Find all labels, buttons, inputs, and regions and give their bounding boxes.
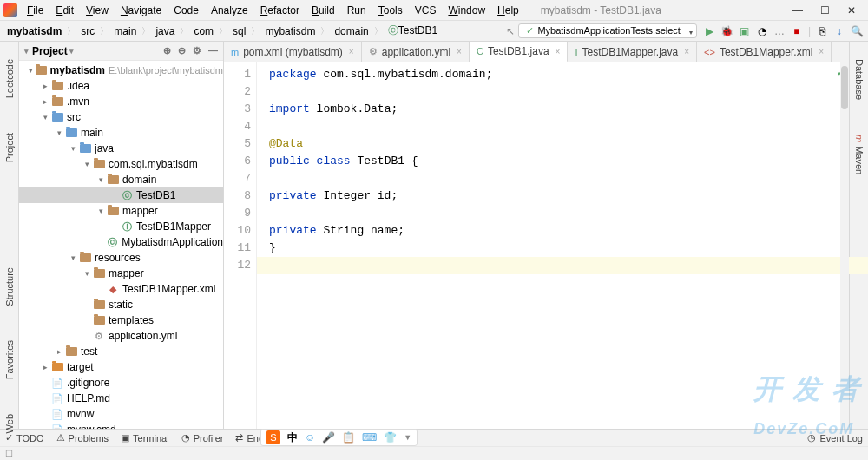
crumb-mybatisdm[interactable]: mybatisdm [5,25,63,37]
tree-node-help-md[interactable]: 📄HELP.md [19,391,223,406]
code-line-1[interactable]: package com.sql.mybatisdm.domain; [269,66,849,83]
menu-help[interactable]: Help [491,3,525,18]
tree-node--mvn[interactable]: ▸.mvn [19,94,223,109]
code-area[interactable]: package com.sql.mybatisdm.domain;import … [257,62,849,429]
scrollbar-thumb[interactable] [841,66,848,109]
tool-web[interactable]: Web [4,414,15,433]
stop-icon[interactable]: ■ [791,25,803,37]
code-line-4[interactable] [269,118,849,135]
menu-build[interactable]: Build [306,3,341,18]
expand-icon[interactable]: ⊕ [163,45,171,56]
run-configuration-select[interactable]: ✓MybatisdmApplicationTests.select▾ [518,23,696,38]
status-icon[interactable]: ☐ [5,449,13,458]
crumb-sql[interactable]: sql [231,25,247,37]
tree-node-templates[interactable]: templates [19,312,223,328]
crumb-com[interactable]: com [192,25,215,37]
back-icon[interactable]: ↖ [506,25,515,37]
code-line-6[interactable]: public class TestDB1 { [269,153,849,170]
update-icon[interactable]: ↓ [833,25,845,37]
code-line-8[interactable]: private Integer id; [269,187,849,205]
code-line-12[interactable] [257,257,868,274]
crumb-domain[interactable]: domain [332,25,370,37]
tool-terminal[interactable]: ▣ Terminal [121,432,169,444]
tree-node-mapper[interactable]: ▾mapper [19,266,223,281]
tab-close-icon[interactable]: × [684,47,689,56]
tool-database[interactable]: Database [854,59,865,100]
code-line-9[interactable] [269,205,849,222]
ime-toolbar[interactable]: S 中 ☺ 🎤 📋 ⌨ 👕 ▼ [260,429,418,446]
crumb-main[interactable]: main [112,25,138,37]
ime-lang[interactable]: 中 [287,430,298,445]
tree-node-java[interactable]: ▾java [19,141,223,156]
tree-node-testdb1[interactable]: ⓒTestDB1 [19,187,223,203]
profile-icon[interactable]: ◔ [756,25,768,37]
tree-node--idea[interactable]: ▸.idea [19,78,223,94]
tool-problems[interactable]: ⚠ Problems [56,432,108,444]
attach-icon[interactable]: … [773,25,786,37]
crumb-testdb1[interactable]: ⓒTestDB1 [386,23,439,38]
select-open-icon[interactable]: ⊖ [178,45,186,56]
code-line-11[interactable]: } [269,240,849,257]
tree-node-main[interactable]: ▾main [19,125,223,141]
tool-leetcode[interactable]: Leetcode [4,59,15,98]
ime-keyboard-icon[interactable]: ⌨ [362,431,377,444]
ime-emoji-icon[interactable]: ☺ [305,431,315,444]
menu-edit[interactable]: Edit [49,3,80,18]
debug-icon[interactable]: 🐞 [721,25,733,37]
menu-view[interactable]: View [80,3,115,18]
coverage-icon[interactable]: ▣ [739,25,751,37]
hide-icon[interactable]: — [208,45,218,56]
tab-close-icon[interactable]: × [556,47,561,56]
ime-mic-icon[interactable]: 🎤 [322,431,335,444]
tool-favorites[interactable]: Favorites [4,340,15,379]
menu-code[interactable]: Code [168,3,205,18]
tree-root[interactable]: ▾mybatisdmE:\blank\project\mybatisdm [19,62,223,78]
crumb-mybatisdm[interactable]: mybatisdm [263,25,317,37]
tree-node-mvnw[interactable]: 📄mvnw [19,406,223,422]
tree-node-com-sql-mybatisdm[interactable]: ▾com.sql.mybatisdm [19,156,223,172]
tree-node-src[interactable]: ▾src [19,109,223,125]
menu-vcs[interactable]: VCS [409,3,443,18]
code-line-3[interactable]: import lombok.Data; [269,101,849,118]
tab-close-icon[interactable]: × [819,47,824,56]
search-icon[interactable]: 🔍 [851,25,863,37]
menu-file[interactable]: File [21,3,49,18]
tab-testdb1mapper-java[interactable]: ITestDB1Mapper.java× [568,42,697,62]
tree-node-testdb1mapper-xml[interactable]: ◆TestDB1Mapper.xml [19,281,223,297]
menu-tools[interactable]: Tools [372,3,409,18]
tree-node-domain[interactable]: ▾domain [19,172,223,187]
code-line-7[interactable] [269,170,849,187]
project-tree[interactable]: ▾mybatisdmE:\blank\project\mybatisdm▸.id… [19,61,223,429]
code-line-2[interactable] [269,83,849,101]
tool-structure[interactable]: Structure [4,267,15,306]
tree-node-mapper[interactable]: ▾mapper [19,203,223,219]
chevron-down-icon[interactable]: ▾ [24,47,29,56]
tree-node-testdb1mapper[interactable]: ⒾTestDB1Mapper [19,219,223,234]
tree-node-mvnw-cmd[interactable]: 📄mvnw.cmd [19,422,223,429]
ime-skin-icon[interactable]: 👕 [384,431,397,444]
tool-maven[interactable]: mMaven [854,135,865,174]
tree-node-static[interactable]: static [19,297,223,312]
event-log[interactable]: ◷ Event Log [807,432,863,444]
tree-node-resources[interactable]: ▾resources [19,250,223,266]
close-icon[interactable]: ✕ [847,4,856,16]
crumb-src[interactable]: src [79,25,96,37]
ime-dropdown-icon[interactable]: ▼ [404,433,411,442]
tool-project[interactable]: Project [4,133,15,162]
tool-profiler[interactable]: ◔ Profiler [181,432,224,444]
tab-pom-xml[interactable]: mpom.xml (mybatisdm)× [224,42,362,62]
tree-node--gitignore[interactable]: 📄.gitignore [19,375,223,391]
code-line-5[interactable]: @Data [269,135,849,153]
git-icon[interactable]: ⎘ [816,25,828,37]
gear-icon[interactable]: ⚙ [193,45,201,56]
tree-node-target[interactable]: ▸target [19,359,223,375]
scrollbar[interactable] [840,62,849,429]
menu-analyze[interactable]: Analyze [205,3,254,18]
tab-application-yml[interactable]: ⚙application.yml× [362,42,470,62]
ime-clipboard-icon[interactable]: 📋 [342,431,355,444]
tree-node-application-yml[interactable]: ⚙application.yml [19,328,223,344]
tree-node-mybatisdmapplication[interactable]: ⓒMybatisdmApplication [19,234,223,250]
crumb-java[interactable]: java [154,25,176,37]
tree-node-test[interactable]: ▸test [19,344,223,359]
menu-run[interactable]: Run [341,3,372,18]
